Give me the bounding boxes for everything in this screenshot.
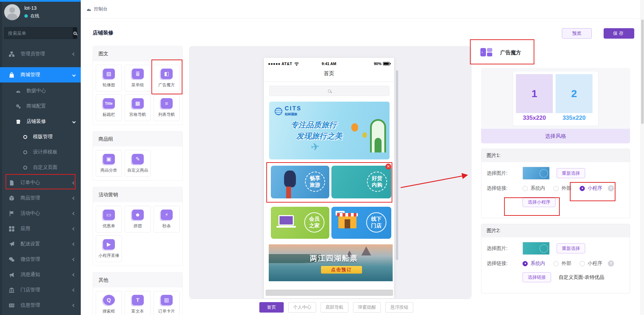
preview-button[interactable]: 预览 bbox=[562, 28, 592, 39]
section-title: 其他 bbox=[93, 273, 182, 288]
offline-store-image[interactable]: CITS 线下 门店 bbox=[331, 207, 391, 239]
palette-item-grid-nav[interactable]: ▦ 宫格导航 bbox=[125, 94, 151, 121]
preview-zone: ●●●●● AT&T 9:41 AM 90% 首页 bbox=[189, 46, 472, 299]
choose-link-button[interactable]: 选择链接 bbox=[523, 272, 551, 282]
sidebar-item-info-mgmt[interactable]: 信息管理 bbox=[0, 298, 81, 313]
sidebar-item-notifications[interactable]: 消息通知 bbox=[0, 267, 81, 282]
tab-float-button[interactable]: 悬浮按钮 bbox=[385, 302, 413, 313]
page-scrollbar[interactable] bbox=[641, 0, 644, 315]
palette-item-coupon[interactable]: ▭ 优惠券 bbox=[96, 206, 122, 233]
palette-item-group-buy[interactable]: ☻ 拼团 bbox=[125, 206, 151, 233]
chevron-down-icon bbox=[72, 120, 76, 123]
help-icon[interactable]: ? bbox=[608, 185, 614, 191]
menu-search-button[interactable] bbox=[73, 27, 77, 39]
pick-link-label: 选择链接: bbox=[487, 185, 523, 191]
sidebar-item-apps[interactable]: 应用 bbox=[0, 221, 81, 236]
menu-search-input[interactable] bbox=[4, 27, 73, 39]
sidebar-item-mall[interactable]: 商城管理 bbox=[0, 67, 81, 82]
tab-popup-reminder[interactable]: 弹窗提醒 bbox=[353, 302, 381, 313]
sidebar-item-label: 配送设置 bbox=[21, 241, 73, 247]
radio-system[interactable] bbox=[523, 186, 528, 191]
sidebar-item-label: 微信管理 bbox=[21, 256, 73, 262]
sidebar-item-activity-center[interactable]: 活动中心 bbox=[0, 206, 81, 221]
sidebar-item-label: 订单中心 bbox=[21, 180, 73, 186]
radio-system-label[interactable]: 系统内 bbox=[531, 260, 545, 267]
sidebar-item-designer-template[interactable]: 设计师模板 bbox=[0, 144, 81, 160]
radio-system-label[interactable]: 系统内 bbox=[531, 185, 545, 191]
save-button[interactable]: 保存 bbox=[604, 28, 634, 39]
tab-bottom-nav[interactable]: 底部导航 bbox=[321, 302, 348, 313]
radio-external-label[interactable]: 外部 bbox=[561, 260, 571, 267]
bank-icon bbox=[9, 287, 15, 293]
palette-item-rich-text[interactable]: T 富文本 bbox=[125, 291, 151, 315]
radio-system[interactable] bbox=[523, 261, 528, 266]
palette-item-title-bar[interactable]: Title 标题栏 bbox=[96, 94, 122, 121]
radio-external[interactable] bbox=[553, 186, 559, 191]
ad-cube-image-1[interactable]: 畅享 旅游 bbox=[271, 166, 329, 198]
radio-miniprogram[interactable] bbox=[580, 261, 585, 266]
phone-banner-boat[interactable]: 两江四湖船票 点击预订 bbox=[269, 244, 393, 281]
sidebar-item-template-mgmt[interactable]: 模版管理 bbox=[0, 129, 81, 144]
palette-item-list-nav[interactable]: ≡ 列表导航 bbox=[154, 94, 180, 121]
palette-item-goods-category[interactable]: ▣ 商品分类 bbox=[96, 150, 122, 177]
sidebar-item-store-mgmt[interactable]: 门店管理 bbox=[0, 282, 81, 298]
radio-external[interactable] bbox=[553, 261, 559, 266]
ad-cube-icon: ◧ bbox=[161, 69, 173, 79]
chevron-left-icon bbox=[72, 212, 76, 215]
choose-style-button[interactable]: 选择风格 bbox=[481, 129, 630, 143]
image2-thumbnail[interactable] bbox=[523, 242, 550, 255]
sidebar: lot-13 在线 管理员管理 商城管理 数据中心 商城 bbox=[0, 0, 81, 315]
palette-item-ad-cube[interactable]: ◧ 广告魔方 bbox=[154, 65, 180, 92]
link-value: 自定义页面-农特优品 bbox=[559, 274, 604, 281]
laptop-illustration bbox=[278, 215, 294, 226]
sidebar-item-label: 数据中心 bbox=[26, 88, 75, 94]
sidebar-item-data-center[interactable]: 数据中心 bbox=[0, 83, 81, 99]
tab-profile[interactable]: 个人中心 bbox=[288, 302, 316, 313]
phone-banner-cits[interactable]: CITS 桂林国旅 专注品质旅行 发现旅行之美 ✈ bbox=[269, 102, 390, 159]
category-bag-icon: ▣ bbox=[103, 154, 115, 164]
sidebar-item-admin[interactable]: 管理员管理 bbox=[0, 46, 81, 62]
palette-section-media: 图文 ▧ 轮播图 ≣ 菜单组 ◧ 广告魔方 Title bbox=[93, 46, 183, 125]
breadcrumb[interactable]: 控制台 bbox=[94, 6, 108, 12]
image1-thumbnail[interactable] bbox=[523, 167, 550, 180]
phone-scrollbar[interactable] bbox=[396, 70, 398, 260]
chevron-left-icon bbox=[72, 258, 76, 261]
member-home-image[interactable]: 会员 之家 bbox=[271, 207, 329, 239]
repick-image-button[interactable]: 重新选择 bbox=[557, 168, 585, 178]
sidebar-item-wechat[interactable]: 微信管理 bbox=[0, 252, 81, 267]
help-icon[interactable]: ? bbox=[608, 260, 614, 267]
sidebar-item-order-center[interactable]: 订单中心 bbox=[0, 175, 81, 190]
radio-external-label[interactable]: 外部 bbox=[561, 185, 571, 191]
boat-banner-title: 两江四湖船票 bbox=[310, 253, 358, 263]
sidebar-item-mall-config[interactable]: 商城配置 bbox=[0, 99, 81, 114]
radio-miniprogram[interactable] bbox=[580, 186, 585, 191]
sidebar-item-label: 自定义页面 bbox=[33, 164, 75, 171]
tab-home[interactable]: 首页 bbox=[259, 302, 284, 313]
palette-item-order-card[interactable]: ▥ 订单卡片 bbox=[154, 291, 180, 315]
palette-item-custom-goods[interactable]: ✎ 自定义商品 bbox=[125, 150, 151, 177]
palette-item-mini-live[interactable]: ▶ 小程序直播 bbox=[96, 235, 122, 262]
radio-miniprogram-label[interactable]: 小程序 bbox=[588, 185, 602, 191]
boat-banner-cta[interactable]: 点击预订 bbox=[321, 266, 362, 274]
sidebar-item-label: 活动中心 bbox=[21, 210, 73, 216]
palette-item-carousel[interactable]: ▧ 轮播图 bbox=[96, 65, 122, 92]
sidebar-item-label: 设计师模板 bbox=[33, 149, 75, 155]
palette-item-search-box[interactable]: Q 搜索框 bbox=[96, 291, 122, 315]
repick-image-button[interactable]: 重新选择 bbox=[557, 243, 585, 253]
phone-search-bar[interactable] bbox=[269, 86, 390, 96]
sidebar-item-goods-mgmt[interactable]: 商品管理 bbox=[0, 190, 81, 206]
ad-cube-image-2[interactable]: 好货 内购 bbox=[331, 166, 391, 198]
balloon-icon bbox=[362, 132, 367, 138]
config-panel-header: 广告魔方 bbox=[480, 47, 521, 58]
flag-icon bbox=[9, 211, 15, 216]
sidebar-item-delivery[interactable]: 配送设置 bbox=[0, 236, 81, 252]
palette-item-flash-sale[interactable]: ⚡ 秒杀 bbox=[154, 206, 180, 233]
sidebar-item-custom-page[interactable]: 自定义页面 bbox=[0, 160, 81, 175]
cits-brand: CITS bbox=[285, 106, 301, 111]
sidebar-item-shop-deco[interactable]: 店铺装修 bbox=[0, 114, 81, 129]
palette-item-menu-group[interactable]: ≣ 菜单组 bbox=[125, 65, 151, 92]
choose-miniprogram-button[interactable]: 选择小程序 bbox=[523, 197, 556, 207]
component-palette: 图文 ▧ 轮播图 ≣ 菜单组 ◧ 广告魔方 Title bbox=[93, 46, 183, 315]
remove-component-button[interactable]: ✕ bbox=[385, 164, 391, 170]
radio-miniprogram-label[interactable]: 小程序 bbox=[588, 260, 602, 267]
